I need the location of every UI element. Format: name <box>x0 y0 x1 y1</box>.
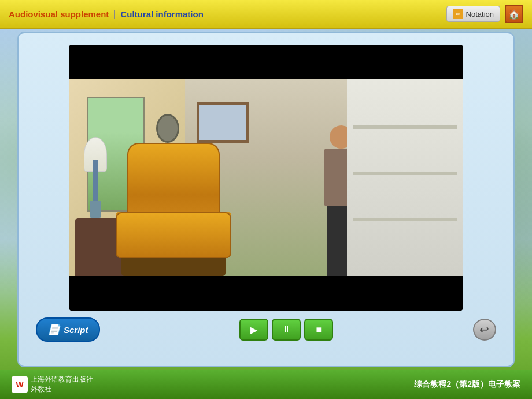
shelf-2 <box>353 172 457 175</box>
book-title: 综合教程2（第2版）电子教案 <box>414 379 520 390</box>
bottom-bar: W 上海外语教育出版社 外教社 综合教程2（第2版）电子教案 <box>0 370 532 399</box>
script-label: Script <box>64 325 88 335</box>
publisher-cn: 上海外语教育出版社 <box>31 375 93 385</box>
main-content: 📄 Script ▶ ⏸ ■ ↩ <box>17 32 515 367</box>
stop-button[interactable]: ■ <box>304 319 333 341</box>
wall-mirror <box>156 114 179 143</box>
stop-icon: ■ <box>316 324 322 335</box>
armchair <box>116 143 231 276</box>
publisher-sub: 外教社 <box>31 385 93 394</box>
bookshelf <box>347 79 463 276</box>
notation-button[interactable]: ✏ Notation <box>446 6 500 22</box>
armchair-legs <box>121 258 226 276</box>
play-icon: ▶ <box>250 324 257 335</box>
shelf-1 <box>353 125 457 129</box>
header-bar: Audiovisual supplement | Cultural inform… <box>0 0 532 29</box>
floor-lamp <box>84 137 107 218</box>
lamp-base <box>90 201 101 218</box>
logo-icon: W <box>12 376 28 393</box>
back-button[interactable]: ↩ <box>473 319 496 341</box>
picture-frame <box>197 102 249 143</box>
notation-icon: ✏ <box>453 9 463 19</box>
playback-controls: ▶ ⏸ ■ <box>239 319 333 341</box>
script-icon: 📄 <box>47 323 60 336</box>
video-scene <box>69 79 463 276</box>
lamp-stem <box>93 160 98 201</box>
pause-icon: ⏸ <box>282 324 291 335</box>
video-black-bar-bottom <box>69 276 463 311</box>
back-icon: ↩ <box>479 323 489 337</box>
video-player[interactable] <box>69 45 463 311</box>
header-left: Audiovisual supplement | Cultural inform… <box>9 9 446 19</box>
publisher-logo: W 上海外语教育出版社 外教社 <box>12 375 93 394</box>
video-black-bar-top <box>69 45 463 79</box>
script-button[interactable]: 📄 Script <box>36 317 100 342</box>
notation-label: Notation <box>466 10 494 19</box>
pause-button[interactable]: ⏸ <box>272 319 301 341</box>
armchair-seat <box>116 212 231 258</box>
header-divider: | <box>113 9 116 19</box>
controls-area: 📄 Script ▶ ⏸ ■ ↩ <box>30 317 502 342</box>
shelf-3 <box>353 218 457 221</box>
header-right: ✏ Notation 🏠 <box>446 5 523 23</box>
cultural-label: Cultural information <box>121 9 204 19</box>
home-button[interactable]: 🏠 <box>505 5 523 23</box>
audiovisual-label: Audiovisual supplement <box>9 9 109 19</box>
play-button[interactable]: ▶ <box>239 319 268 341</box>
